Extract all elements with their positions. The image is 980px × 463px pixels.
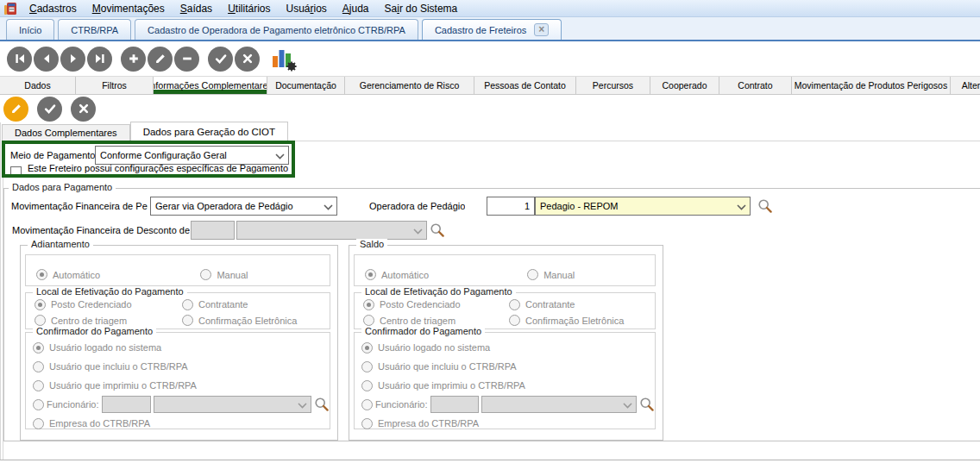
check-icon xyxy=(214,52,228,66)
tab-cadastro-freteiros[interactable]: Cadastro de Freteiros × xyxy=(422,19,562,40)
close-tab-icon[interactable]: × xyxy=(534,23,549,36)
tab-label: Filtros xyxy=(102,80,127,91)
local-efetivacao-group: Local de Efetivação do Pagamento Posto C… xyxy=(25,292,330,329)
radio-label: Usuário que incluiu o CTRB/RPA xyxy=(49,361,188,372)
search-funcionario-icon[interactable] xyxy=(314,397,330,412)
tab-documentacao[interactable]: Documentação xyxy=(267,77,345,94)
tab-label: Cooperado xyxy=(663,80,707,91)
tab-cadastro-operadora-pagamento[interactable]: Cadastro de Operadora de Pagamento eletr… xyxy=(135,19,418,40)
edit-button[interactable] xyxy=(148,47,173,72)
radio-posto-credenciado: Posto Credenciado xyxy=(35,298,182,310)
combobox-value: Pedagio - REPOM xyxy=(540,201,618,211)
radio-label: Usuário logado no sistema xyxy=(378,342,490,353)
search-desconto-icon[interactable] xyxy=(430,222,445,238)
tab-alteracoes[interactable]: Altera xyxy=(951,77,980,94)
search-operadora-icon[interactable] xyxy=(757,198,773,214)
ciot-subtab-strip: Dados Complementares Dados para Geração … xyxy=(2,122,980,141)
cancel-button[interactable] xyxy=(235,47,260,72)
radio-icon xyxy=(363,299,374,310)
tab-label: Dados para Geração do CIOT xyxy=(143,127,275,137)
menu-utilitarios[interactable]: Utilitários xyxy=(220,1,278,16)
tab-filtros[interactable]: Filtros xyxy=(76,77,154,94)
saldo-panel: Saldo Automático Manual Local de Efetiva… xyxy=(349,245,663,441)
radio-posto-credenciado: Posto Credenciado xyxy=(363,298,509,310)
delete-button[interactable] xyxy=(174,47,199,72)
chevron-down-icon xyxy=(623,403,632,409)
tab-inicio[interactable]: Início xyxy=(6,19,54,40)
tab-label: Documentação xyxy=(275,80,336,91)
mov-financeira-pedagio-label: Movimentação Financeira de Pedágio xyxy=(11,197,148,216)
combobox-value: Gerar via Operadora de Pedágio xyxy=(155,201,293,211)
mov-financeira-pedagio-combobox[interactable]: Gerar via Operadora de Pedágio xyxy=(150,197,337,216)
save-confirm-button[interactable] xyxy=(37,97,62,122)
menu-cadastros[interactable]: Cadastros xyxy=(22,1,85,16)
adiantamento-mode-box: Automático Manual xyxy=(25,254,330,286)
tab-ctrb-rpa[interactable]: CTRB/RPA xyxy=(58,19,131,40)
pencil-icon xyxy=(154,52,167,66)
skip-first-icon xyxy=(13,52,27,66)
menu-ajuda[interactable]: Ajuda xyxy=(335,1,377,16)
tab-label: Movimentação de Produtos Perigosos xyxy=(795,80,947,91)
radio-label: Usuário logado no sistema xyxy=(49,342,161,353)
tab-dados-complementares[interactable]: Dados Complementares xyxy=(2,124,130,141)
skip-last-icon xyxy=(93,52,107,66)
tab-gerenciamento-de-risco[interactable]: Gerenciamento de Risco xyxy=(345,77,474,94)
cancel-edit-button[interactable] xyxy=(71,97,96,122)
radio-empresa-ctrb: Empresa do CTRB/RPA xyxy=(33,417,330,429)
radio-label: Empresa do CTRB/RPA xyxy=(378,418,479,429)
tab-pessoas-de-contato[interactable]: Pessoas de Contato xyxy=(474,77,576,94)
dados-para-pagamento-group: Dados para Pagamento Movimentação Financ… xyxy=(3,188,980,441)
config-especifica-checkbox[interactable] xyxy=(10,166,22,178)
radio-icon xyxy=(33,342,44,354)
tab-label: Gerenciamento de Risco xyxy=(360,80,460,91)
tab-dados[interactable]: Dados xyxy=(0,77,76,94)
menu-usuarios[interactable]: Usuários xyxy=(278,1,334,16)
tab-informacoes-complementares[interactable]: Informações Complementares xyxy=(154,77,267,94)
tab-cooperado[interactable]: Cooperado xyxy=(650,77,719,94)
radio-label: Manual xyxy=(217,270,248,280)
menu-saidas[interactable]: Saídas xyxy=(173,1,220,16)
radio-label: Contratante xyxy=(198,299,248,310)
funcionario-combobox xyxy=(481,396,637,413)
chevron-down-icon xyxy=(298,403,307,409)
radio-automatico: Automático xyxy=(36,269,200,281)
tab-contrato[interactable]: Contrato xyxy=(719,77,792,94)
menu-movimentacoes[interactable]: Movimentações xyxy=(85,1,173,16)
radio-icon xyxy=(36,269,47,280)
tab-movimentacao-produtos-perigosos[interactable]: Movimentação de Produtos Perigosos xyxy=(792,77,951,94)
operadora-pedagio-combobox[interactable]: Pedagio - REPOM xyxy=(535,197,751,216)
search-funcionario-icon[interactable] xyxy=(639,397,655,412)
menu-accel: A xyxy=(342,3,349,15)
group-legend: Confirmador do Pagamento xyxy=(361,326,485,336)
group-legend: Local de Efetivação do Pagamento xyxy=(361,286,516,297)
chevron-down-icon[interactable] xyxy=(324,204,333,210)
radio-manual: Manual xyxy=(527,269,655,281)
tab-percursos[interactable]: Percursos xyxy=(576,77,650,94)
radio-usuario-logado: Usuário logado no sistema xyxy=(33,341,330,354)
desconto-combobox xyxy=(236,221,427,240)
add-button[interactable] xyxy=(121,47,146,72)
menu-text: Sa xyxy=(385,3,398,15)
radio-contratante: Contratante xyxy=(182,298,330,310)
radio-icon xyxy=(33,380,44,391)
tab-label: Cadastro de Freteiros xyxy=(435,25,526,35)
next-record-button[interactable] xyxy=(60,47,85,72)
menu-sair-do-sistema[interactable]: Sair do Sistema xyxy=(377,1,466,16)
tab-label: Contrato xyxy=(738,80,772,91)
previous-record-button[interactable] xyxy=(34,47,59,72)
record-toolbar xyxy=(0,41,980,76)
first-record-button[interactable] xyxy=(7,47,32,72)
radio-icon xyxy=(361,361,373,372)
edit-record-button[interactable] xyxy=(3,97,28,122)
radio-label: Automático xyxy=(381,270,429,280)
chevron-down-icon[interactable] xyxy=(275,153,285,160)
check-icon xyxy=(43,102,57,116)
tab-dados-geracao-ciot[interactable]: Dados para Geração do CIOT xyxy=(130,122,288,141)
last-record-button[interactable] xyxy=(87,47,112,72)
operadora-codigo-field[interactable]: 1 xyxy=(487,197,535,216)
window-tab-bar: Início CTRB/RPA Cadastro de Operadora de… xyxy=(0,17,980,41)
confirm-button[interactable] xyxy=(208,47,233,72)
menu-bar: Cadastros Movimentações Saídas Utilitári… xyxy=(0,0,980,17)
chevron-down-icon[interactable] xyxy=(737,204,746,210)
report-settings-button[interactable] xyxy=(271,46,297,72)
